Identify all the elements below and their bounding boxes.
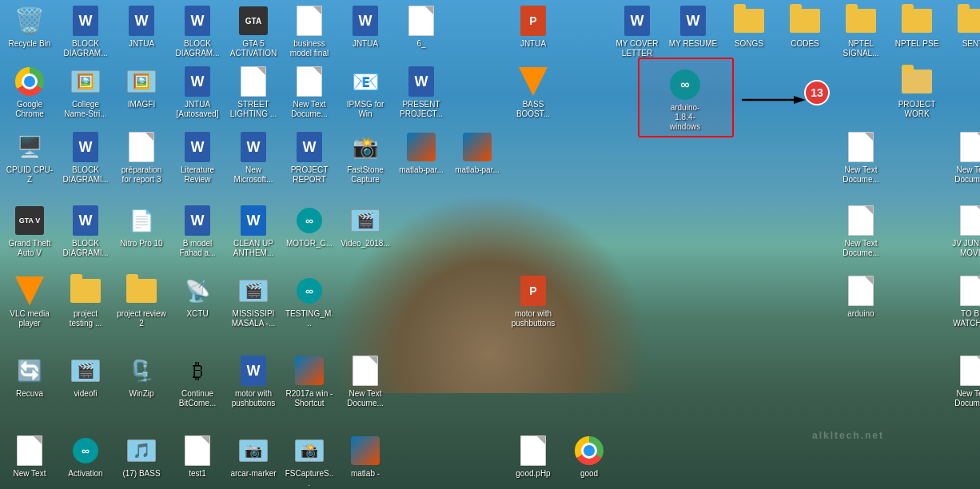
block-diagram4-icon[interactable]: W BLOCK DIAGRAMl... [58,201,114,261]
songs-icon[interactable]: SONGS [721,2,777,52]
matlab-par1-icon[interactable]: matlab-par... [393,128,449,178]
jntua1-icon[interactable]: W JNTUA [114,2,169,52]
17-bass-icon[interactable]: 🎵 (17) BASS [114,431,169,482]
videofi-icon[interactable]: 🎬 videofi [58,352,114,402]
project-review-icon[interactable]: project review 2 [114,272,169,332]
arcar-marker-icon[interactable]: 📷 arcar-marker [225,431,281,482]
videofi-image: 🎬 [70,355,102,387]
new-text-doc3-image [957,131,980,163]
motor-pushbuttons2-icon[interactable]: W motor with pushbuttons [225,352,281,411]
jntua1-image: W [125,5,157,37]
block-diagram2-icon[interactable]: W BLOCK DIAGRAM... [169,2,225,62]
nptel-signal-label: NPTEL SIGNAL... [836,39,886,58]
video-2018-icon[interactable]: 🎬 Video_2018... [337,201,393,252]
nptel-pse-icon[interactable]: NPTEL PSE [889,2,945,52]
new-text-doc5-icon[interactable]: New Text Docume... [337,352,393,411]
matlab-par2-icon[interactable]: matlab-par... [449,128,505,178]
testing-m-icon[interactable]: ∞ TESTING_M... [281,272,337,332]
to-be-watched-icon[interactable]: TO BE WATCHED [945,272,980,332]
business-model-icon[interactable]: business model final [281,2,337,62]
matlab-par1-image [405,131,437,163]
gta5-icon[interactable]: GTA GTA 5 ACTIVATION [225,2,281,62]
bass-boost-icon[interactable]: BASS BOOST... [505,62,561,122]
motor-c-icon[interactable]: ∞ MOTOR_C... [281,201,337,252]
mississippi-image: 🎬 [237,275,269,307]
17-bass-image: 🎵 [125,435,157,467]
sent-icon[interactable]: SENT [945,2,980,52]
project-report-icon[interactable]: W PROJECT REPORT [281,128,337,188]
project-review-label: project review 2 [117,309,166,328]
jntua3-icon[interactable]: P JNTUA [505,2,561,52]
video-2018-label: Video_2018... [341,239,390,248]
new-text-doc3-icon[interactable]: New Text Docume... [945,128,980,188]
ipmsg-icon[interactable]: 📧 IPMSG for Win [337,62,393,122]
project-report-label: PROJECT REPORT [285,165,334,185]
new-text-doc6-label: New Text Docume... [948,389,980,408]
new-text-doc1-icon[interactable]: New Text Docume... [281,62,337,122]
jntua2-icon[interactable]: W JNTUA [337,2,393,52]
winzip-icon[interactable]: 🗜️ WinZip [114,352,169,402]
clean-up-icon[interactable]: W CLEAN UP ANTHEM... [225,201,281,261]
my-cover-letter-icon[interactable]: W MY COVER LETTER [609,2,665,62]
block-diagram4-label: BLOCK DIAGRAMl... [61,239,110,258]
street-lighting-icon[interactable]: STREET LIGHTING ... [225,62,281,122]
vlc-media-icon[interactable]: VLC media player [2,272,58,332]
test1-image [181,435,213,467]
imagfi-label: IMAGFI [128,100,155,109]
project-testing-icon[interactable]: project testing ... [58,272,114,332]
new-text-doc2-icon[interactable]: New Text Docume... [833,128,889,188]
google-chrome-icon[interactable]: Google Chrome [2,62,58,122]
jntua3-label: JNTUA [520,39,546,49]
codes-icon[interactable]: CODES [777,2,833,52]
new-text-bottom-label: New Text [14,469,46,479]
r2017a-icon[interactable]: R2017a win - Shortcut [281,352,337,411]
block-diagram1-icon[interactable]: W BLOCK DIAGRAM... [58,2,114,62]
jntua-autosaved-icon[interactable]: W JNTUA [Autosaved] [169,62,225,122]
gta5-label: GTA 5 ACTIVATION [229,39,278,58]
mississippi-icon[interactable]: 🎬 MISSISSIPI MASALA -... [225,272,281,332]
new-text-doc3-label: New Text Docume... [948,165,980,185]
good-image [573,435,605,467]
new-text-doc6-icon[interactable]: New Text Docume... [945,352,980,411]
arduino-app-icon[interactable]: arduino [833,272,889,322]
motor-pushbuttons-icon[interactable]: P motor with pushbuttons [505,272,561,332]
continue-bitcoin-icon[interactable]: ₿ Continue BitCome... [169,352,225,411]
6-icon[interactable]: 6_ [393,2,449,52]
recycle-bin-icon[interactable]: 🗑️ Recycle Bin [2,2,58,52]
good-php-icon[interactable]: good.pHp [505,431,561,482]
arduino-app-label: arduino [847,309,874,319]
cpuid-icon[interactable]: 🖥️ CPUID CPU-Z [2,128,58,188]
xctu-label: XCTU [186,309,208,319]
nptel-signal-icon[interactable]: NPTEL SIGNAL... [833,2,889,62]
good-icon[interactable]: good [561,431,617,482]
activation-icon[interactable]: ∞ Activation [58,431,114,482]
literature-review-icon[interactable]: W Literature Review [169,128,225,188]
b-model-icon[interactable]: W B model Fahad a... [169,201,225,261]
project-work-image [901,66,933,97]
street-lighting-image [237,66,269,97]
grand-theft-icon[interactable]: GTA V Grand Theft Auto V [2,201,58,261]
my-resume-icon[interactable]: W MY RESUME [665,2,721,52]
test1-icon[interactable]: test1 [169,431,225,482]
recuva-icon[interactable]: 🔄 Recuva [2,352,58,402]
jv-junior-movie-image [957,205,980,237]
project-work-icon[interactable]: PROJECT WORK [889,62,945,122]
new-text-bottom-icon[interactable]: New Text [2,431,58,482]
present-project-icon[interactable]: W PRESENT PROJECT... [393,62,449,122]
block-diagram3-icon[interactable]: W BLOCK DIAGRAMl... [58,128,114,188]
nptel-pse-label: NPTEL PSE [895,39,939,49]
new-text-doc2-label: New Text Docume... [836,165,886,185]
project-testing-label: project testing ... [61,309,110,328]
matlab-icon[interactable]: matlab - [337,431,393,482]
jv-junior-movie-icon[interactable]: JV JUNIOR MOVIE [945,201,980,261]
fscaptures-icon[interactable]: 📸 FSCaptureS... [281,431,337,489]
college-name-icon[interactable]: 🖼️ College Name-Stri... [58,62,114,122]
nitro-pro-icon[interactable]: 📄 Nitro Pro 10 [114,201,169,252]
new-text-doc4-icon[interactable]: New Text Docume... [833,201,889,261]
xctu-icon[interactable]: 📡 XCTU [169,272,225,322]
preparation-icon[interactable]: préparation for report 3 [114,128,169,188]
new-microsoft-icon[interactable]: W New Microsoft... [225,128,281,188]
imagfi-icon[interactable]: 🖼️ IMAGFI [114,62,169,113]
faststone-icon[interactable]: 📸 FastStone Capture [337,128,393,188]
arcar-marker-label: arcar-marker [230,469,276,479]
